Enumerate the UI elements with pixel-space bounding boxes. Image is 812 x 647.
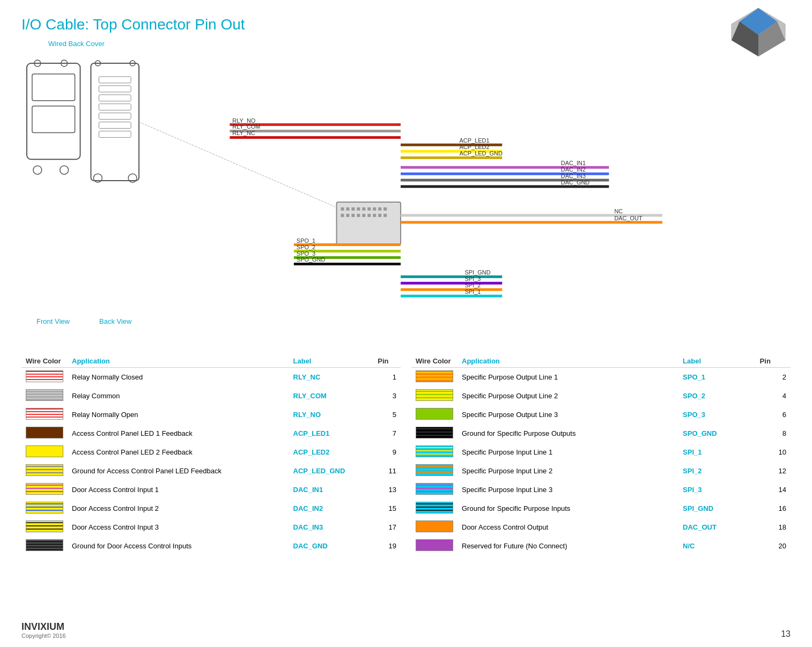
- svg-text:RLY_NC: RLY_NC: [232, 130, 255, 136]
- table-row: Door Access Control Input 1 DAC_IN1 13: [21, 480, 401, 499]
- svg-text:NC: NC: [614, 208, 623, 214]
- pin-cell: 4: [756, 386, 791, 405]
- label-cell: SPI_GND: [678, 499, 756, 518]
- wire-color-swatch: [21, 368, 68, 387]
- label-cell: DAC_IN2: [289, 499, 374, 518]
- svg-rect-37: [362, 214, 365, 217]
- table-row: Door Access Control Input 2 DAC_IN2 15: [21, 499, 401, 518]
- svg-rect-29: [367, 207, 371, 211]
- svg-rect-4: [27, 63, 80, 159]
- pin-cell: 8: [756, 424, 791, 443]
- pin-cell: 14: [756, 480, 791, 499]
- application-cell: Access Control Panel LED 1 Feedback: [68, 424, 289, 443]
- label-cell: ACP_LED1: [289, 424, 374, 443]
- application-cell: Relay Normally Open: [68, 405, 289, 424]
- svg-rect-26: [351, 207, 355, 211]
- page-number: 13: [781, 629, 791, 639]
- svg-rect-25: [346, 207, 349, 211]
- wire-color-swatch: [21, 443, 68, 462]
- svg-rect-16: [99, 113, 131, 120]
- pin-cell: 9: [373, 443, 401, 462]
- label-cell: SPO_1: [678, 368, 756, 387]
- svg-text:SPI_1: SPI_1: [465, 288, 481, 295]
- application-cell: Door Access Control Input 1: [68, 480, 289, 499]
- left-col-pin: Pin: [373, 355, 401, 368]
- svg-text:DAC_IN1: DAC_IN1: [561, 160, 586, 166]
- table-row: Door Access Control Output DAC_OUT 18: [411, 518, 791, 537]
- right-col-label: Label: [678, 355, 756, 368]
- table-row: Ground for Access Control Panel LED Feed…: [21, 462, 401, 480]
- label-cell: SPI_2: [678, 462, 756, 480]
- application-cell: Door Access Control Input 2: [68, 499, 289, 518]
- wire-color-swatch: [411, 462, 457, 480]
- pin-cell: 3: [373, 386, 401, 405]
- svg-text:ACP_LED2: ACP_LED2: [460, 144, 490, 150]
- svg-rect-32: [383, 207, 387, 211]
- wire-color-swatch: [411, 443, 457, 462]
- wire-color-swatch: [21, 518, 68, 537]
- label-cell: DAC_GND: [289, 537, 374, 555]
- pin-table-container: Wire Color Application Label Pin Relay N…: [21, 355, 791, 555]
- copyright: Copyright© 2016: [21, 633, 66, 639]
- application-cell: Specific Purpose Input Line 1: [457, 443, 678, 462]
- left-col-label: Label: [289, 355, 374, 368]
- pin-cell: 10: [756, 443, 791, 462]
- svg-rect-38: [367, 214, 371, 217]
- svg-text:SPI_2: SPI_2: [465, 282, 481, 288]
- application-cell: Relay Common: [68, 386, 289, 405]
- label-cell: ACP_LED2: [289, 443, 374, 462]
- svg-rect-41: [383, 214, 387, 217]
- svg-rect-24: [341, 207, 344, 211]
- right-col-application: Application: [457, 355, 678, 368]
- label-cell: SPI_3: [678, 480, 756, 499]
- svg-text:DAC_IN3: DAC_IN3: [561, 173, 586, 179]
- label-cell: DAC_OUT: [678, 518, 756, 537]
- label-cell: SPO_2: [678, 386, 756, 405]
- application-cell: Ground for Specific Purpose Inputs: [457, 499, 678, 518]
- svg-rect-5: [32, 74, 75, 101]
- wire-color-swatch: [21, 537, 68, 555]
- pin-cell: 18: [756, 518, 791, 537]
- label-cell: RLY_NO: [289, 405, 374, 424]
- svg-text:RLY_COM: RLY_COM: [232, 123, 260, 130]
- svg-text:DAC_GND: DAC_GND: [561, 179, 590, 185]
- table-divider: [401, 355, 411, 555]
- wire-color-swatch: [21, 462, 68, 480]
- svg-rect-33: [341, 214, 344, 217]
- label-cell: ACP_LED_GND: [289, 462, 374, 480]
- table-row: Relay Normally Open RLY_NO 5: [21, 405, 401, 424]
- table-row: Door Access Control Input 3 DAC_IN3 17: [21, 518, 401, 537]
- label-cell: N/C: [678, 537, 756, 555]
- wire-color-swatch: [21, 424, 68, 443]
- pin-cell: 16: [756, 499, 791, 518]
- application-cell: Ground for Door Access Control Inputs: [68, 537, 289, 555]
- pin-cell: 13: [373, 480, 401, 499]
- table-row: Access Control Panel LED 2 Feedback ACP_…: [21, 443, 401, 462]
- table-row: Relay Normally Closed RLY_NC 1: [21, 368, 401, 387]
- wire-color-swatch: [21, 499, 68, 518]
- svg-rect-12: [99, 77, 131, 83]
- table-row: Specific Purpose Input Line 2 SPI_2 12: [411, 462, 791, 480]
- table-row: Specific Purpose Output Line 3 SPO_3 6: [411, 405, 791, 424]
- wire-color-swatch: [411, 424, 457, 443]
- wired-back-cover-label: Wired Back Cover: [48, 40, 105, 48]
- svg-rect-39: [373, 214, 376, 217]
- back-view-label: Back View: [99, 317, 131, 325]
- pin-cell: 2: [756, 368, 791, 387]
- wire-color-swatch: [411, 386, 457, 405]
- svg-text:SPI_GND: SPI_GND: [465, 269, 491, 276]
- wire-color-swatch: [411, 499, 457, 518]
- table-row: Access Control Panel LED 1 Feedback ACP_…: [21, 424, 401, 443]
- pin-cell: 15: [373, 499, 401, 518]
- label-cell: SPO_3: [678, 405, 756, 424]
- front-view-label: Front View: [36, 317, 70, 325]
- svg-rect-27: [357, 207, 360, 211]
- wire-color-swatch: [411, 518, 457, 537]
- wire-color-swatch: [411, 368, 457, 387]
- svg-rect-31: [378, 207, 381, 211]
- application-cell: Specific Purpose Output Line 2: [457, 386, 678, 405]
- svg-rect-28: [362, 207, 365, 211]
- table-row: Ground for Specific Purpose Outputs SPO_…: [411, 424, 791, 443]
- label-cell: DAC_IN1: [289, 480, 374, 499]
- svg-text:ACP_LED1: ACP_LED1: [460, 137, 490, 144]
